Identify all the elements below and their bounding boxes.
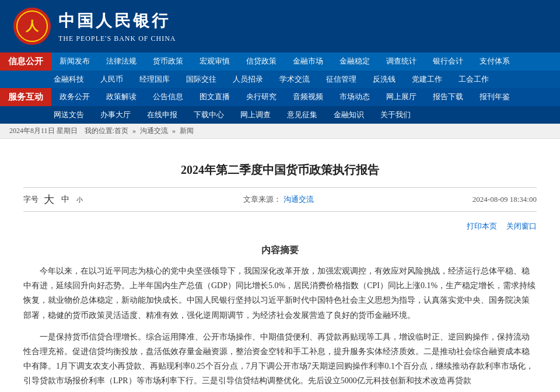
breadcrumb-comm[interactable]: 沟通交流 <box>140 127 168 135</box>
nav-label-empty-2 <box>0 106 46 124</box>
article-para-2: 一是保持货币信贷合理增长。综合运用降准、公开市场操作、中期借贷便利、再贷款再贴现… <box>23 330 537 388</box>
nav-row-4-items: 网送文告 办事大厅 在线申报 下载中心 网上调查 意见征集 金融知识 关于我们 <box>46 106 560 124</box>
logo-en: THE PEOPLE'S BANK OF CHINA <box>58 34 176 43</box>
svg-text:人: 人 <box>25 19 39 33</box>
nav-notice[interactable]: 公告信息 <box>145 88 191 106</box>
font-small-btn[interactable]: 小 <box>75 195 85 204</box>
nav-news[interactable]: 新闻发布 <box>51 52 98 71</box>
nav-row-2: 金融科技 人民币 经理国库 国际交往 人员招录 学术交流 征信管理 反洗钱 党建… <box>0 71 560 88</box>
nav-online-apply[interactable]: 在线申报 <box>139 106 186 124</box>
nav-label-info[interactable]: 信息公开 <box>0 52 51 71</box>
nav-fintech[interactable]: 金融科技 <box>46 71 92 88</box>
nav-gov-open[interactable]: 政务公开 <box>51 88 98 106</box>
nav-row-1: 信息公开 新闻发布 法律法规 货币政策 宏观审慎 信贷政策 金融市场 金融稳定 … <box>0 52 560 71</box>
nav-row-4: 网送文告 办事大厅 在线申报 下载中心 网上调查 意见征集 金融知识 关于我们 <box>0 106 560 124</box>
site-header: 人 中国人民银行 THE PEOPLE'S BANK OF CHINA <box>0 0 560 52</box>
nav-row-1-items: 新闻发布 法律法规 货币政策 宏观审慎 信贷政策 金融市场 金融稳定 调查统计 … <box>51 52 560 71</box>
nav-feedback[interactable]: 意见征集 <box>279 106 326 124</box>
nav-market-dyn[interactable]: 市场动态 <box>331 88 378 106</box>
article-para-1: 今年以来，在以习近平同志为核心的党中央坚强领导下，我国深化改革开放，加强宏观调控… <box>23 264 537 323</box>
nav-send-doc[interactable]: 网送文告 <box>46 106 92 124</box>
logo-cn: 中国人民银行 <box>58 10 176 32</box>
breadcrumb-location: 我的位置:首页 <box>85 127 128 135</box>
article-actions: 打印本页 关闭窗口 <box>23 218 537 235</box>
breadcrumb-sep-1: » <box>132 127 136 135</box>
nav-periodical[interactable]: 报刊年鉴 <box>471 88 518 106</box>
print-btn[interactable]: 打印本页 <box>467 221 497 232</box>
nav-about[interactable]: 关于我们 <box>372 106 419 124</box>
pboc-logo-icon: 人 <box>12 6 52 47</box>
nav-union[interactable]: 工会工作 <box>450 71 497 88</box>
nav-treasury[interactable]: 经理国库 <box>131 71 178 88</box>
meta-font-controls: 字号 大 中 小 <box>23 192 85 206</box>
nav-row-2-items: 金融科技 人民币 经理国库 国际交往 人员招录 学术交流 征信管理 反洗钱 党建… <box>46 71 560 88</box>
nav-online-hall[interactable]: 网上展厅 <box>378 88 425 106</box>
nav-research[interactable]: 央行研究 <box>238 88 285 106</box>
nav-row-3: 服务互动 政务公开 政策解读 公告信息 图文直播 央行研究 音频视频 市场动态 … <box>0 88 560 106</box>
nav-payment[interactable]: 支付体系 <box>471 52 518 71</box>
nav-credit[interactable]: 信贷政策 <box>238 52 285 71</box>
nav-recruit[interactable]: 人员招录 <box>225 71 271 88</box>
nav-rmb[interactable]: 人民币 <box>92 71 131 88</box>
nav-fin-knowledge[interactable]: 金融知识 <box>326 106 372 124</box>
nav-download[interactable]: 下载中心 <box>186 106 232 124</box>
nav-antimoney[interactable]: 反洗钱 <box>365 71 404 88</box>
nav-graphic[interactable]: 图文直播 <box>191 88 238 106</box>
nav-party[interactable]: 党建工作 <box>404 71 450 88</box>
breadcrumb-bar: 2024年8月11日 星期日 我的位置:首页 » 沟通交流 » 新闻 <box>0 124 560 139</box>
logo-area: 人 中国人民银行 THE PEOPLE'S BANK OF CHINA <box>12 6 176 47</box>
meta-source: 文章来源： 沟通交流 <box>243 194 313 205</box>
nav-accounting[interactable]: 银行会计 <box>425 52 471 71</box>
section-title: 内容摘要 <box>23 244 537 257</box>
source-link[interactable]: 沟通交流 <box>284 195 314 204</box>
font-medium-btn[interactable]: 中 <box>60 194 71 205</box>
nav-market[interactable]: 金融市场 <box>285 52 331 71</box>
nav-online-survey[interactable]: 网上调查 <box>232 106 279 124</box>
article-meta: 字号 大 中 小 文章来源： 沟通交流 2024-08-09 18:34:00 <box>23 187 537 212</box>
article-body: 今年以来，在以习近平同志为核心的党中央坚强领导下，我国深化改革开放，加强宏观调控… <box>23 264 537 388</box>
font-large-btn[interactable]: 大 <box>42 192 56 206</box>
nav-macro[interactable]: 宏观审慎 <box>191 52 238 71</box>
nav-service-hall[interactable]: 办事大厅 <box>92 106 139 124</box>
nav-row-3-items: 政务公开 政策解读 公告信息 图文直播 央行研究 音频视频 市场动态 网上展厅 … <box>51 88 560 106</box>
close-btn[interactable]: 关闭窗口 <box>506 221 537 232</box>
nav-credit-mgmt[interactable]: 征信管理 <box>318 71 365 88</box>
breadcrumb-date: 2024年8月11日 星期日 <box>9 127 78 135</box>
nav-audio[interactable]: 音频视频 <box>285 88 331 106</box>
source-label: 文章来源： <box>243 195 281 204</box>
nav-label-empty-1 <box>0 71 46 88</box>
nav-policy-interp[interactable]: 政策解读 <box>98 88 145 106</box>
logo-text: 中国人民银行 THE PEOPLE'S BANK OF CHINA <box>58 10 176 43</box>
main-content: 2024年第二季度中国货币政策执行报告 字号 大 中 小 文章来源： 沟通交流 … <box>0 139 560 392</box>
article-title: 2024年第二季度中国货币政策执行报告 <box>23 162 537 178</box>
nav-report-dl[interactable]: 报告下载 <box>425 88 471 106</box>
font-label: 字号 <box>23 194 38 205</box>
nav-law[interactable]: 法律法规 <box>98 52 145 71</box>
nav-intl[interactable]: 国际交往 <box>178 71 225 88</box>
nav-label-service[interactable]: 服务互动 <box>0 88 51 106</box>
nav-academic[interactable]: 学术交流 <box>271 71 318 88</box>
meta-date: 2024-08-09 18:34:00 <box>473 195 537 204</box>
breadcrumb-news[interactable]: 新闻 <box>180 127 194 135</box>
breadcrumb-sep-2: » <box>172 127 176 135</box>
nav-monetary[interactable]: 货币政策 <box>145 52 191 71</box>
nav-survey[interactable]: 调查统计 <box>378 52 425 71</box>
nav-stability[interactable]: 金融稳定 <box>331 52 378 71</box>
